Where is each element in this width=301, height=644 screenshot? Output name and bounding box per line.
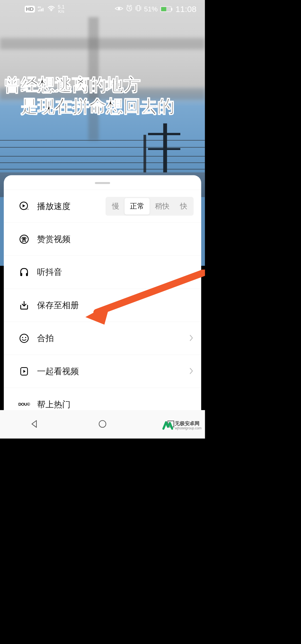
svg-rect-13 bbox=[26, 273, 28, 276]
dou-plus-icon: DOU© bbox=[18, 402, 30, 407]
svg-point-15 bbox=[22, 337, 23, 338]
signal-icon: 4G bbox=[38, 5, 45, 13]
svg-rect-8 bbox=[137, 6, 140, 11]
row-save-to-album[interactable]: 保存至相册 bbox=[4, 289, 201, 322]
battery-percentage: 51% bbox=[144, 5, 158, 13]
appreciate-icon: 赏 bbox=[18, 234, 30, 244]
nav-home-button[interactable] bbox=[97, 419, 108, 430]
speed-option-normal[interactable]: 正常 bbox=[125, 198, 150, 214]
video-caption-text: 曾经想逃离的地方 是现在拼命想回去的 bbox=[4, 74, 205, 117]
speed-segmented-control: 慢 正常 稍快 快 bbox=[106, 197, 194, 216]
clock-time: 11:08 bbox=[176, 4, 196, 14]
save-album-label: 保存至相册 bbox=[37, 300, 79, 311]
site-watermark: 无极安卓网 wjhotelgroup.com bbox=[162, 420, 202, 431]
chevron-right-icon bbox=[189, 367, 193, 376]
battery-icon bbox=[160, 6, 171, 12]
chevron-right-icon bbox=[189, 334, 193, 342]
svg-point-14 bbox=[20, 334, 28, 342]
duet-label: 合拍 bbox=[37, 333, 54, 344]
sheet-drag-handle[interactable] bbox=[95, 182, 110, 184]
row-duet[interactable]: 合拍 bbox=[4, 322, 201, 355]
listen-label: 听抖音 bbox=[37, 267, 62, 278]
playback-speed-label: 播放速度 bbox=[37, 200, 71, 212]
svg-rect-4 bbox=[43, 8, 43, 11]
watch-together-label: 一起看视频 bbox=[37, 366, 79, 377]
speed-option-slow[interactable]: 慢 bbox=[107, 198, 125, 214]
alarm-icon bbox=[126, 5, 133, 13]
row-appreciate-video[interactable]: 赏 赞赏视频 bbox=[4, 223, 201, 256]
caption-line-1: 曾经想逃离的地方 bbox=[4, 74, 205, 96]
eye-icon bbox=[115, 5, 123, 13]
svg-text:赏: 赏 bbox=[21, 236, 27, 242]
row-dou-hot[interactable]: DOU© 帮上热门 bbox=[4, 388, 201, 410]
caption-line-2: 是现在拼命想回去的 bbox=[21, 95, 205, 117]
watermark-subtitle: wjhotelgroup.com bbox=[175, 426, 202, 430]
svg-rect-3 bbox=[41, 9, 42, 11]
duet-icon bbox=[18, 333, 30, 343]
status-bar: HD 4G 5.1 K/s bbox=[0, 0, 205, 18]
svg-point-18 bbox=[99, 420, 106, 427]
playback-speed-icon bbox=[18, 201, 30, 211]
speed-option-faster[interactable]: 稍快 bbox=[150, 198, 175, 214]
svg-rect-12 bbox=[20, 273, 22, 276]
hd-badge: HD bbox=[25, 6, 35, 13]
svg-point-16 bbox=[25, 337, 26, 338]
row-watch-together[interactable]: 一起看视频 bbox=[4, 355, 201, 388]
svg-rect-2 bbox=[40, 9, 40, 11]
vibrate-icon bbox=[135, 5, 141, 13]
speed-option-fast[interactable]: 快 bbox=[175, 198, 193, 214]
nav-back-button[interactable] bbox=[29, 419, 40, 430]
row-playback-speed[interactable]: 播放速度 慢 正常 稍快 快 bbox=[4, 190, 201, 222]
row-listen-douyin[interactable]: 听抖音 bbox=[4, 256, 201, 289]
watch-together-icon bbox=[18, 366, 30, 376]
svg-point-6 bbox=[118, 7, 120, 9]
svg-rect-1 bbox=[38, 10, 39, 11]
headphones-icon bbox=[18, 267, 30, 277]
svg-point-5 bbox=[51, 10, 52, 11]
appreciate-label: 赞赏视频 bbox=[37, 234, 71, 245]
watermark-title: 无极安卓网 bbox=[175, 421, 202, 426]
dou-hot-label: 帮上热门 bbox=[37, 399, 71, 410]
wifi-icon bbox=[48, 5, 55, 13]
watermark-logo-icon bbox=[162, 420, 173, 431]
network-speed: 5.1 K/s bbox=[58, 4, 65, 14]
action-sheet: 播放速度 慢 正常 稍快 快 赏 赞赏视频 bbox=[4, 175, 201, 410]
svg-text:4G: 4G bbox=[38, 6, 41, 8]
download-icon bbox=[18, 300, 30, 310]
